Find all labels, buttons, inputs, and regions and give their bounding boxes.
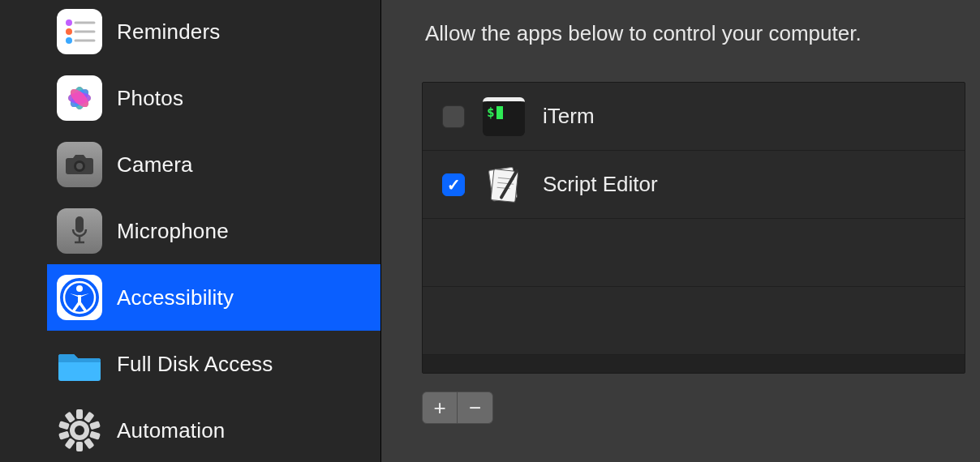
minus-icon: − [469, 396, 481, 421]
sidebar-item-reminders[interactable]: Reminders [47, 0, 380, 65]
photos-icon [57, 75, 102, 121]
main-panel: Allow the apps below to control your com… [381, 0, 980, 462]
svg-point-0 [66, 19, 72, 26]
sidebar-item-microphone[interactable]: Microphone [47, 198, 380, 264]
svg-rect-26 [89, 421, 101, 430]
sidebar-item-automation[interactable]: Automation [47, 397, 380, 462]
camera-icon [57, 142, 102, 187]
sidebar-item-label: Automation [117, 418, 226, 443]
add-button[interactable]: + [422, 391, 458, 424]
svg-rect-31 [58, 431, 70, 440]
description-text: Allow the apps below to control your com… [425, 21, 969, 46]
app-row-iterm[interactable]: ✓ iTerm [423, 83, 965, 151]
checkbox-iterm[interactable]: ✓ [442, 105, 465, 128]
folder-icon [57, 341, 102, 387]
svg-rect-32 [58, 421, 70, 430]
svg-rect-16 [75, 216, 84, 233]
app-name-label: iTerm [543, 104, 595, 129]
svg-rect-29 [76, 442, 83, 451]
svg-point-34 [75, 426, 84, 435]
sidebar-item-label: Reminders [117, 19, 221, 45]
script-editor-icon [483, 164, 525, 206]
svg-rect-25 [84, 412, 95, 423]
app-row-empty [423, 287, 965, 355]
svg-point-21 [76, 285, 83, 292]
remove-button[interactable]: − [458, 391, 493, 424]
sidebar-item-label: Camera [117, 152, 193, 178]
app-list: ✓ iTerm ✓ Script Editor [422, 82, 965, 374]
check-icon: ✓ [447, 175, 461, 195]
checkbox-script-editor[interactable]: ✓ [442, 173, 465, 196]
sidebar: Reminders Photos [0, 0, 381, 462]
sidebar-item-label: Full Disk Access [117, 352, 273, 377]
app-row-empty [423, 355, 965, 374]
add-remove-buttons: + − [422, 391, 969, 424]
svg-rect-28 [84, 438, 95, 449]
accessibility-icon [57, 275, 102, 320]
svg-point-15 [76, 163, 83, 169]
sidebar-item-accessibility[interactable]: Accessibility [47, 264, 380, 331]
sidebar-item-camera[interactable]: Camera [47, 131, 380, 198]
svg-rect-24 [76, 409, 83, 419]
sidebar-item-full-disk-access[interactable]: Full Disk Access [47, 331, 380, 397]
microphone-icon [57, 208, 102, 254]
app-row-script-editor[interactable]: ✓ Script Editor [423, 151, 965, 219]
app-row-empty [423, 219, 965, 287]
app-name-label: Script Editor [543, 172, 658, 197]
sidebar-item-photos[interactable]: Photos [47, 65, 380, 131]
svg-point-4 [66, 37, 72, 44]
svg-rect-27 [89, 431, 101, 440]
sidebar-item-label: Microphone [117, 219, 229, 244]
plus-icon: + [433, 396, 445, 421]
svg-rect-33 [64, 412, 75, 423]
gear-icon [57, 408, 102, 453]
iterm-icon [483, 96, 525, 138]
svg-point-2 [66, 28, 72, 35]
reminders-icon [57, 9, 102, 54]
svg-rect-30 [64, 438, 75, 449]
sidebar-item-label: Photos [117, 86, 183, 111]
sidebar-item-label: Accessibility [117, 285, 234, 310]
